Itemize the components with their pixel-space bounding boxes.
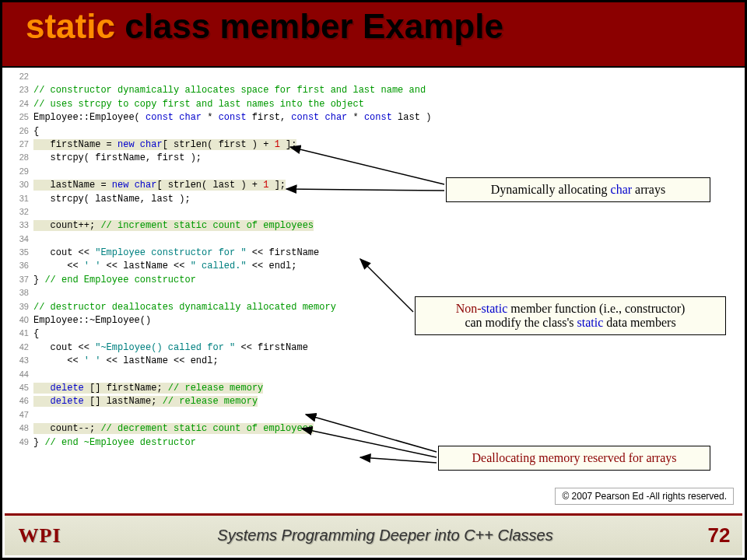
callout-keyword: static — [577, 316, 604, 329]
callout-keyword: char — [611, 183, 633, 196]
callout-text: arrays — [632, 183, 665, 196]
line-number: 28 — [10, 152, 29, 164]
code-line: 32 — [10, 206, 423, 219]
wpi-logo: WPI — [5, 524, 75, 548]
code-line: 38 — [10, 287, 423, 300]
line-number: 45 — [10, 382, 29, 394]
code-line: 46 delete [] lastName; // release memory — [10, 395, 423, 408]
callout-dealloc: Deallocating memory reserved for arrays — [438, 446, 710, 471]
page-number: 72 — [696, 523, 742, 548]
code-line: 44 — [10, 369, 423, 382]
code-line: 29 — [10, 166, 423, 179]
callout-alloc: Dynamically allocating char arrays — [446, 177, 710, 202]
line-number: 49 — [10, 436, 29, 449]
line-body: lastName = new char[ strlen( last ) + 1 … — [33, 180, 286, 191]
code-line: 48 count--; // decrement static count of… — [10, 422, 423, 436]
svg-line-5 — [360, 457, 437, 463]
code-line: 23// constructor dynamically allocates s… — [10, 84, 423, 97]
line-number: 39 — [10, 301, 29, 313]
line-body: Employee::Employee( const char * const f… — [33, 112, 431, 123]
callout-text: Non- — [456, 302, 482, 315]
line-body: firstName = new char[ strlen( first ) + … — [33, 139, 296, 150]
line-number: 35 — [10, 247, 29, 259]
line-number: 30 — [10, 179, 29, 191]
line-number: 48 — [10, 422, 29, 435]
code-line: 49} // end ~Employee destructor — [10, 436, 423, 450]
line-number: 43 — [10, 355, 29, 367]
line-body: // uses strcpy to copy first and last na… — [33, 99, 364, 110]
code-line: 40Employee::~Employee() — [10, 314, 423, 327]
line-number: 42 — [10, 341, 29, 354]
line-number: 47 — [10, 409, 29, 422]
code-line: 33 count++; // increment static count of… — [10, 219, 423, 233]
line-body: { — [33, 328, 39, 339]
line-number: 46 — [10, 395, 29, 408]
callout-text: member function (i.e., constructor) — [507, 302, 685, 315]
copyright-box: © 2007 Pearson Ed -All rights reserved. — [555, 488, 734, 505]
line-body: delete [] lastName; // release memory — [33, 396, 258, 407]
line-number: 33 — [10, 219, 29, 232]
line-number: 23 — [10, 84, 29, 96]
code-line: 37} // end Employee constructor — [10, 274, 423, 287]
footer-title: Systems Programming Deeper into C++ Clas… — [75, 527, 696, 544]
line-body: << ' ' << lastName << endl; — [33, 355, 219, 366]
line-body: cout << "~Employee() called for " << fir… — [33, 342, 308, 353]
line-number: 25 — [10, 111, 29, 124]
code-line: 25Employee::Employee( const char * const… — [10, 111, 423, 124]
code-line: 22 — [10, 71, 423, 84]
callout-text: can modify the class's — [465, 316, 577, 329]
code-line: 43 << ' ' << lastName << endl; — [10, 355, 423, 368]
line-body: count--; // decrement static count of em… — [33, 423, 314, 434]
line-body: << ' ' << lastName << " called." << endl… — [33, 261, 296, 271]
line-body: cout << "Employee constructor for " << f… — [33, 247, 319, 258]
code-line: 47 — [10, 409, 423, 422]
line-number: 31 — [10, 193, 29, 205]
line-body: } // end ~Employee destructor — [33, 437, 196, 448]
callout-text: data members — [603, 316, 675, 329]
callout-keyword: static — [482, 302, 508, 315]
line-number: 24 — [10, 98, 29, 110]
code-line: 24// uses strcpy to copy first and last … — [10, 98, 423, 111]
line-body: strcpy( lastName, last ); — [33, 194, 191, 205]
title-rest: class member Example — [115, 7, 503, 45]
line-number: 26 — [10, 125, 29, 138]
line-number: 40 — [10, 314, 29, 327]
code-line: 36 << ' ' << lastName << " called." << e… — [10, 260, 423, 273]
line-number: 34 — [10, 233, 29, 246]
code-line: 30 lastName = new char[ strlen( last ) +… — [10, 179, 423, 192]
line-body: { — [33, 126, 39, 137]
callout-nonstatic: Non-static member function (i.e., constr… — [415, 296, 726, 335]
line-body: // destructor deallocates dynamically al… — [33, 302, 336, 313]
line-number: 38 — [10, 287, 29, 299]
line-number: 32 — [10, 206, 29, 219]
code-line: 34 — [10, 233, 423, 247]
line-body: strcpy( firstName, first ); — [33, 152, 202, 163]
line-body: } // end Employee constructor — [33, 275, 196, 285]
code-line: 27 firstName = new char[ strlen( first )… — [10, 138, 423, 152]
code-line: 35 cout << "Employee constructor for " <… — [10, 247, 423, 260]
header-band: static class member Example — [2, 2, 745, 68]
footer-bar: WPI Systems Programming Deeper into C++ … — [5, 513, 742, 555]
line-number: 22 — [10, 71, 29, 83]
title-keyword: static — [26, 7, 115, 45]
code-line: 41{ — [10, 327, 423, 341]
line-body: Employee::~Employee() — [33, 315, 151, 326]
slide-frame: static class member Example 2223// const… — [0, 0, 747, 560]
line-number: 41 — [10, 327, 29, 340]
code-line: 31 strcpy( lastName, last ); — [10, 193, 423, 206]
code-listing: 2223// constructor dynamically allocates… — [10, 71, 423, 450]
code-line: 45 delete [] firstName; // release memor… — [10, 382, 423, 395]
line-body: delete [] firstName; // release memory — [33, 383, 263, 394]
code-line: 26{ — [10, 125, 423, 138]
callout-text: Dynamically allocating — [491, 183, 611, 196]
code-line: 39// destructor deallocates dynamically … — [10, 301, 423, 314]
line-body: // constructor dynamically allocates spa… — [33, 85, 426, 96]
line-body: count++; // increment static count of em… — [33, 220, 314, 231]
callout-text: Deallocating memory reserved for arrays — [472, 451, 677, 464]
line-number: 36 — [10, 260, 29, 272]
line-number: 44 — [10, 369, 29, 381]
line-number: 27 — [10, 138, 29, 151]
slide-title: static class member Example — [26, 7, 503, 46]
line-number: 29 — [10, 166, 29, 178]
code-line: 28 strcpy( firstName, first ); — [10, 152, 423, 165]
